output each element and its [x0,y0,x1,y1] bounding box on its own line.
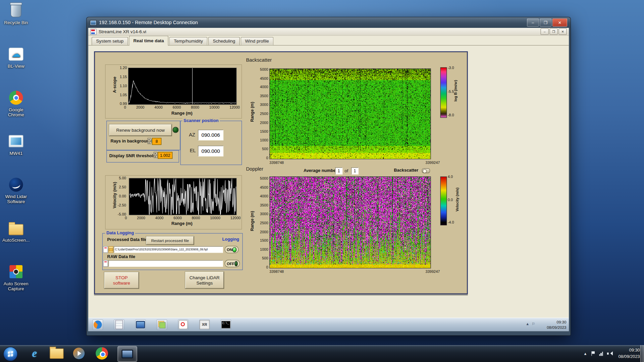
remote-network-icon[interactable] [135,319,146,330]
remote-clock[interactable]: 09:30 08/09/2023 [547,319,566,330]
tick-label: 3000 [260,103,268,107]
tab-real-time-data[interactable]: Real time data [129,36,168,46]
desktop-icon-google-chrome[interactable]: Google Chrome [1,89,31,117]
close-button[interactable]: ✕ [552,18,567,26]
stop-software-button[interactable]: STOP software [104,272,139,289]
rays-value[interactable]: 8 [152,138,161,145]
maximize-button[interactable]: ❐ [540,18,552,26]
average-number-value[interactable]: 1 [335,168,342,175]
front-panel: A-scope 1.201.151.101.050.99 02000400060… [94,51,468,294]
remote-xr-icon[interactable]: XR [199,319,210,330]
vi-close-button[interactable]: ✕ [558,28,567,35]
change-button-line2: Settings [196,280,213,286]
tab-wind-profile[interactable]: Wind profile [240,37,273,45]
doppler-x-ticks: 3398748 3399247 [269,269,440,274]
remote-browser-icon[interactable] [93,319,103,330]
taskbar-rdc-button[interactable] [117,346,137,362]
tick-label: 6000 [173,216,182,220]
browse-folder-icon[interactable] [108,246,113,253]
tick-label: 10000 [209,106,220,110]
tick-label: -3.0 [448,66,454,70]
tick-label: 0.00 [119,194,126,198]
rays-spinner[interactable] [148,138,151,144]
folder-icon [9,224,23,235]
remote-date: 08/09/2023 [547,325,566,330]
remote-power-icon[interactable] [178,319,189,330]
tab-temp-humidity[interactable]: Temp/humidity [169,37,208,45]
scanner-position-title: Scanner position [182,118,220,123]
tick-label: 5.00 [119,176,126,180]
raw-logging-switch[interactable]: OFF [225,260,240,267]
desktop-icon-label: Google Chrome [1,107,31,117]
desktop-icon-label: AutoScreen... [1,238,31,243]
tick-label: 2500 [260,221,268,225]
az-value[interactable]: 090.006 [198,130,223,140]
backscatter-heatmap[interactable] [269,68,431,159]
ascope-plot[interactable] [128,68,236,105]
taskbar-media-player-icon[interactable] [71,346,87,360]
tick-label: 3500 [260,94,268,98]
tick-label: 3500 [260,203,268,207]
tick-label: 4500 [260,76,268,80]
tray-volume-icon[interactable] [607,351,612,356]
rdc-titlebar[interactable]: 192.168.0.150 - Remote Desktop Connectio… [87,17,570,28]
raw-path-field[interactable] [108,260,223,267]
remote-dos-icon[interactable]: C:\_ [221,319,231,330]
remote-tray[interactable]: ▲ ⚐ [526,322,535,326]
processed-data-file-label: Processed Data file [107,237,147,242]
change-lidar-settings-button[interactable]: Change LiDAR Settings [185,272,224,289]
doppler-colorbar [440,177,447,226]
vi-titlebar[interactable]: StreamLine XR v14-6.vi – ❐ ✕ [88,28,569,36]
desktop-icon-label: Recycle Bin [1,20,31,25]
remote-tray-arrow-icon[interactable]: ▲ [526,322,529,326]
tray-show-hidden-icon[interactable]: ▲ [583,352,587,356]
velocity-plot[interactable] [129,178,236,215]
doppler-heatmap[interactable] [269,177,431,268]
restart-processed-file-button[interactable]: Restart processed file [146,236,194,244]
desktop-icon-mw41[interactable]: MW41 [1,133,31,156]
remote-tray-flag-icon[interactable]: ⚐ [532,322,535,326]
tab-system-setup[interactable]: System setup [92,37,128,45]
tray-action-center-icon[interactable] [591,351,595,356]
vi-app-icon [90,28,96,35]
vi-restore-button[interactable]: ❐ [549,28,557,35]
tray-network-icon[interactable] [599,352,603,356]
tick-label: 4.0 [448,175,453,179]
taskbar-clock[interactable]: 09:30 08/09/2023 [618,347,640,360]
drive-icon[interactable] [103,246,108,253]
drive-icon[interactable] [103,260,108,267]
tab-scheduling[interactable]: Scheduling [208,37,240,45]
snr-value[interactable]: 1.002 [158,152,172,159]
tick-label: 12000 [229,106,240,110]
average-of-value[interactable]: 1 [351,168,359,175]
tick-label: -5.5 [448,89,454,93]
tick-label: 4000 [260,194,268,198]
minimize-button[interactable]: – [527,18,539,26]
desktop-icon-wind-lidar[interactable]: Wind Lidar Software [1,177,31,204]
desktop-icon-autoscreen[interactable]: AutoScreen... [1,220,31,242]
remote-notepad-icon[interactable] [114,319,124,330]
backscatter-x-end: 3399247 [426,161,440,165]
tick-label: 500 [262,147,268,151]
desktop-icon-auto-screen-capture[interactable]: Auto Screen Capture [1,263,31,291]
el-value[interactable]: 090.000 [198,146,223,157]
remote-notes-icon[interactable] [157,319,167,330]
vi-minimize-button[interactable]: – [540,28,548,35]
desktop-icon-bl-view[interactable]: ☁ BL-View [1,46,31,68]
doppler-y-axis-label: Range (m) [250,196,254,246]
taskbar-chrome-icon[interactable] [94,346,110,360]
tick-label: 4000 [260,85,268,89]
taskbar-explorer-icon[interactable] [48,346,65,360]
desktop-icon-label: BL-View [1,64,31,69]
rdc-monitor-icon [121,350,133,358]
taskbar-ie-icon[interactable]: e [26,346,43,360]
start-button[interactable] [3,347,18,361]
show-desktop-button[interactable] [640,345,644,362]
backscatter-toggle[interactable] [422,168,430,173]
desktop-icon-recycle-bin[interactable]: Recycle Bin [1,2,31,25]
tick-label: 1500 [260,239,268,243]
snr-spinner[interactable] [154,152,157,158]
renew-background-button[interactable]: Renew background now [109,124,172,136]
processed-logging-switch[interactable]: ON [225,246,239,253]
processed-path-field[interactable]: C:\Lidar\Data\Proc\2023\202309\20230908\… [114,246,223,253]
